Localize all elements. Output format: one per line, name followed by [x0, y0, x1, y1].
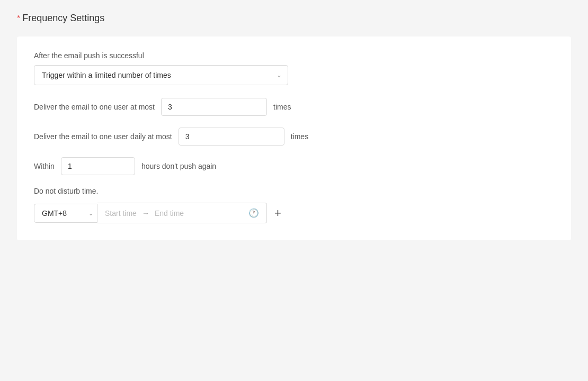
dnd-label: Do not disturb time. [34, 187, 554, 195]
time-row: GMT+8 GMT+0 GMT-5 GMT+9 ⌄ Start time → E… [34, 203, 554, 223]
add-time-range-button[interactable]: + [274, 207, 281, 219]
section-header: * Frequency Settings [17, 13, 571, 24]
timezone-select[interactable]: GMT+8 GMT+0 GMT-5 GMT+9 [34, 204, 97, 223]
cooldown-prefix: Within [34, 162, 55, 170]
start-time-placeholder: Start time [105, 209, 137, 217]
timezone-select-wrapper: GMT+8 GMT+0 GMT-5 GMT+9 ⌄ [34, 204, 97, 223]
cooldown-input[interactable] [61, 157, 135, 175]
cooldown-row: Within hours don't push again [34, 157, 554, 175]
cooldown-suffix: hours don't push again [141, 162, 216, 170]
max-delivery-input[interactable] [161, 98, 267, 116]
end-time-placeholder: End time [155, 209, 184, 217]
trigger-select-wrapper: Trigger within a limited number of times… [34, 65, 288, 85]
frequency-settings-card: * Frequency Settings After the email pus… [0, 0, 588, 381]
required-star: * [17, 14, 20, 23]
max-delivery-unit: times [273, 103, 291, 111]
trigger-select[interactable]: Trigger within a limited number of times… [34, 65, 288, 85]
time-range-box[interactable]: Start time → End time 🕐 [97, 203, 267, 223]
daily-delivery-row: Deliver the email to one user daily at m… [34, 128, 554, 146]
daily-delivery-label: Deliver the email to one user daily at m… [34, 132, 172, 141]
max-delivery-row: Deliver the email to one user at most ti… [34, 98, 554, 116]
daily-delivery-unit: times [291, 132, 308, 141]
content-area: After the email push is successful Trigg… [17, 37, 571, 240]
section-title-text: Frequency Settings [22, 13, 104, 24]
daily-delivery-input[interactable] [179, 128, 284, 146]
time-arrow-icon: → [142, 209, 149, 217]
max-delivery-label: Deliver the email to one user at most [34, 103, 155, 111]
after-push-label: After the email push is successful [34, 51, 554, 60]
clock-icon: 🕐 [248, 208, 259, 218]
